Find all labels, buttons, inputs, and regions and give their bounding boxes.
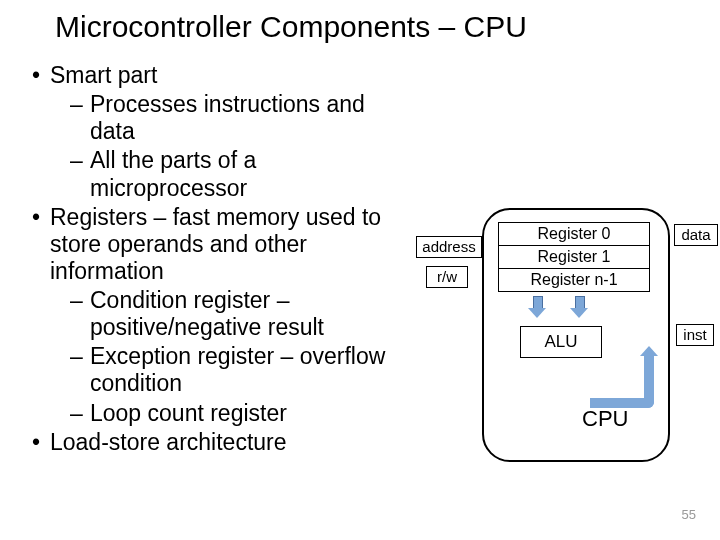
register-stack: Register 0 Register 1 Register n-1 xyxy=(498,222,650,292)
arrow-down-icon xyxy=(570,296,588,318)
cpu-label: CPU xyxy=(582,406,628,432)
list-item: Exception register – overflow condition xyxy=(50,343,412,397)
list-item: All the parts of a microprocessor xyxy=(50,147,412,201)
arrow-feedback-icon xyxy=(590,356,654,408)
list-item: Loop count register xyxy=(50,400,412,427)
list-item: Processes instructions and data xyxy=(50,91,412,145)
slide-title: Microcontroller Components – CPU xyxy=(55,10,527,44)
alu-box: ALU xyxy=(520,326,602,358)
arrow-down-icon xyxy=(528,296,546,318)
page-number: 55 xyxy=(682,507,696,522)
io-data-box: data xyxy=(674,224,718,246)
register-row: Register 0 xyxy=(498,222,650,245)
list-item: Registers – fast memory used to store op… xyxy=(32,204,412,285)
io-inst-box: inst xyxy=(676,324,714,346)
list-item: Smart part xyxy=(32,62,412,89)
register-row: Register 1 xyxy=(498,245,650,268)
io-rw-box: r/w xyxy=(426,266,468,288)
io-address-box: address xyxy=(416,236,482,258)
cpu-diagram: Register 0 Register 1 Register n-1 ALU C… xyxy=(420,196,710,476)
list-item: Condition register – positive/negative r… xyxy=(50,287,412,341)
slide: Microcontroller Components – CPU Smart p… xyxy=(0,0,720,540)
list-item: Load-store architecture xyxy=(32,429,412,456)
register-row: Register n-1 xyxy=(498,268,650,292)
bullet-list: Smart part Processes instructions and da… xyxy=(32,60,412,456)
